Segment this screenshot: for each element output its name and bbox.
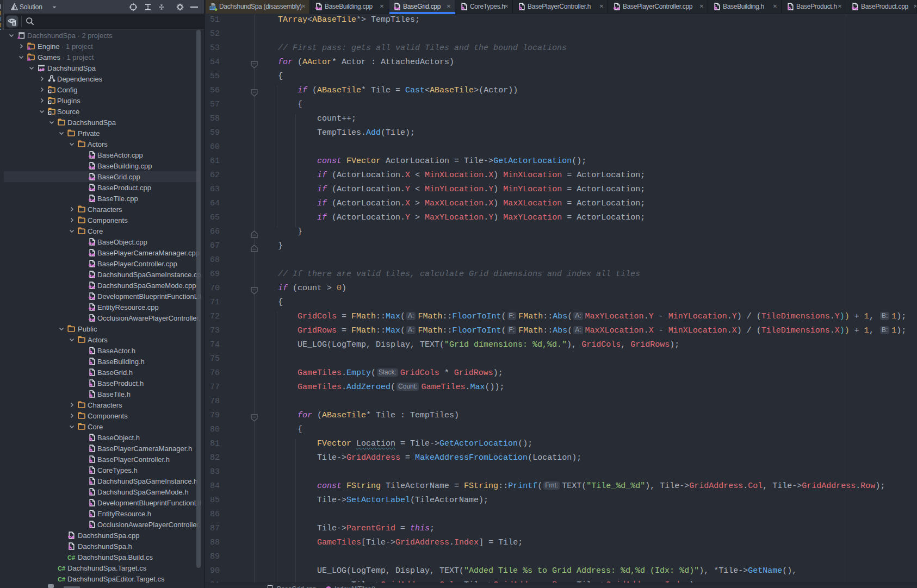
svg-text:C#: C# xyxy=(67,554,75,561)
svg-text:C#: C# xyxy=(58,576,65,583)
svg-text:C#: C# xyxy=(58,565,65,572)
